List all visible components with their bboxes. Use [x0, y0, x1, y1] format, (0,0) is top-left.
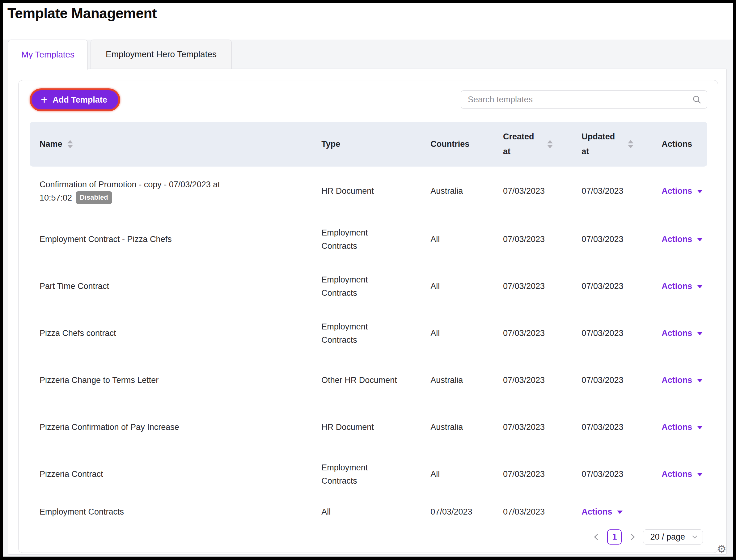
table-cell: 07/03/2023	[420, 505, 493, 519]
cell-text: Employment Contracts	[321, 461, 398, 488]
table-cell: Pizzeria Contract	[30, 468, 312, 481]
column-header-created-at[interactable]: Created at	[493, 129, 572, 159]
cell-text: Confirmation of Promotion - copy - 07/03…	[40, 178, 250, 205]
table-cell: Part Time Contract	[30, 280, 312, 293]
cell-text: Employment Contracts	[321, 273, 398, 300]
add-template-button[interactable]: + Add Template	[32, 90, 118, 109]
table-cell: Employment Contracts	[312, 320, 420, 347]
cell-text: Employment Contracts	[40, 505, 124, 519]
table-row: Pizzeria Confirmation of Pay IncreaseHR …	[30, 404, 707, 451]
status-badge: Disabled	[76, 191, 112, 204]
cell-text: Pizzeria Contract	[40, 468, 103, 481]
table-cell: Employment Contracts	[312, 461, 420, 488]
table-cell: Actions	[652, 185, 707, 198]
tab-employment-hero-templates[interactable]: Employment Hero Templates	[91, 40, 232, 69]
toolbar: + Add Template	[30, 90, 707, 109]
actions-dropdown[interactable]: Actions	[662, 421, 703, 434]
tab-my-templates[interactable]: My Templates	[8, 40, 88, 70]
table-cell: 07/03/2023	[493, 185, 572, 198]
caret-down-icon	[697, 379, 703, 382]
column-header-actions: Actions	[652, 139, 707, 149]
chevron-right-icon[interactable]	[628, 534, 635, 540]
table-cell: Pizza Chefs contract	[30, 327, 312, 340]
table-cell: 07/03/2023	[572, 421, 652, 434]
actions-dropdown[interactable]: Actions	[662, 374, 703, 387]
table-cell: Actions	[652, 421, 707, 434]
table-cell: HR Document	[312, 421, 420, 434]
cell-text: Australia	[430, 421, 463, 434]
table-cell: All	[312, 505, 420, 519]
caret-down-icon	[697, 332, 703, 335]
cell-text: All	[430, 280, 440, 293]
actions-dropdown[interactable]: Actions	[662, 280, 703, 293]
actions-dropdown[interactable]: Actions	[662, 327, 703, 340]
actions-label: Actions	[662, 327, 692, 340]
cell-text: 07/03/2023	[581, 185, 623, 198]
page-size-label: 20 / page	[650, 532, 685, 542]
table-cell: Actions	[572, 505, 652, 519]
table-cell: Australia	[420, 374, 493, 387]
templates-table: NameTypeCountriesCreated atUpdated atAct…	[30, 122, 707, 526]
add-template-label: Add Template	[53, 95, 107, 105]
cell-text: 07/03/2023	[581, 233, 623, 246]
table-cell: All	[420, 327, 493, 340]
actions-dropdown[interactable]: Actions	[662, 468, 703, 481]
table-cell: 07/03/2023	[493, 327, 572, 340]
search-input[interactable]	[461, 90, 707, 109]
table-row: Pizza Chefs contractEmployment Contracts…	[30, 310, 707, 357]
tab-label: Employment Hero Templates	[106, 49, 217, 59]
page-size-select[interactable]: 20 / page	[643, 529, 703, 545]
cell-text: 07/03/2023	[503, 280, 545, 293]
cell-text: All	[430, 327, 440, 340]
gear-icon[interactable]: ⚙	[717, 544, 726, 554]
cell-text: Australia	[430, 185, 463, 198]
cell-text: 07/03/2023	[581, 327, 623, 340]
table-cell: Australia	[420, 185, 493, 198]
tab-content-pane: + Add Template NameTypeCountriesCreated …	[8, 69, 727, 555]
table-row: Confirmation of Promotion - copy - 07/03…	[30, 167, 707, 216]
table-cell: Employment Contracts	[312, 273, 420, 300]
actions-dropdown[interactable]: Actions	[662, 233, 703, 246]
table-row: Pizzeria Change to Terms LetterOther HR …	[30, 357, 707, 404]
cell-text: 07/03/2023	[503, 421, 545, 434]
caret-down-icon	[697, 285, 703, 288]
table-body: Confirmation of Promotion - copy - 07/03…	[30, 167, 707, 526]
caret-down-icon	[697, 473, 703, 476]
cell-text: 07/03/2023	[503, 185, 545, 198]
cell-text: Employment Contracts	[321, 320, 398, 347]
column-header-updated-at[interactable]: Updated at	[572, 129, 652, 159]
chevron-left-icon[interactable]	[594, 534, 601, 540]
actions-label: Actions	[581, 505, 612, 519]
cell-text: Pizzeria Change to Terms Letter	[40, 374, 159, 387]
actions-dropdown[interactable]: Actions	[662, 185, 703, 198]
table-cell: Employment Contract - Pizza Chefs	[30, 233, 312, 246]
table-cell: Australia	[420, 421, 493, 434]
caret-down-icon	[697, 238, 703, 241]
sort-icon[interactable]	[628, 140, 633, 148]
table-cell: 07/03/2023	[572, 280, 652, 293]
column-label: Created at	[503, 129, 534, 159]
table-cell: 07/03/2023	[572, 327, 652, 340]
table-cell: All	[420, 233, 493, 246]
templates-card: + Add Template NameTypeCountriesCreated …	[18, 80, 718, 553]
table-cell: 07/03/2023	[493, 233, 572, 246]
table-row: Employment ContractsAll07/03/202307/03/2…	[30, 498, 707, 526]
page-number-button[interactable]: 1	[607, 529, 622, 545]
table-cell: Confirmation of Promotion - copy - 07/03…	[30, 178, 312, 205]
cell-text: 07/03/2023	[503, 233, 545, 246]
actions-label: Actions	[662, 280, 692, 293]
cell-text: 07/03/2023	[581, 421, 623, 434]
search-icon[interactable]	[692, 95, 702, 106]
actions-dropdown[interactable]: Actions	[581, 505, 623, 519]
column-header-countries: Countries	[420, 139, 493, 149]
cell-text: All	[321, 505, 331, 519]
cell-text: 07/03/2023	[503, 327, 545, 340]
column-header-type: Type	[312, 139, 420, 149]
caret-down-icon	[617, 511, 623, 514]
column-header-name[interactable]: Name	[30, 139, 312, 149]
tab-label: My Templates	[21, 50, 74, 60]
table-cell: Employment Contracts	[30, 505, 312, 519]
cell-text: Employment Contract - Pizza Chefs	[40, 233, 172, 246]
sort-icon[interactable]	[547, 140, 553, 148]
sort-icon[interactable]	[67, 140, 73, 148]
